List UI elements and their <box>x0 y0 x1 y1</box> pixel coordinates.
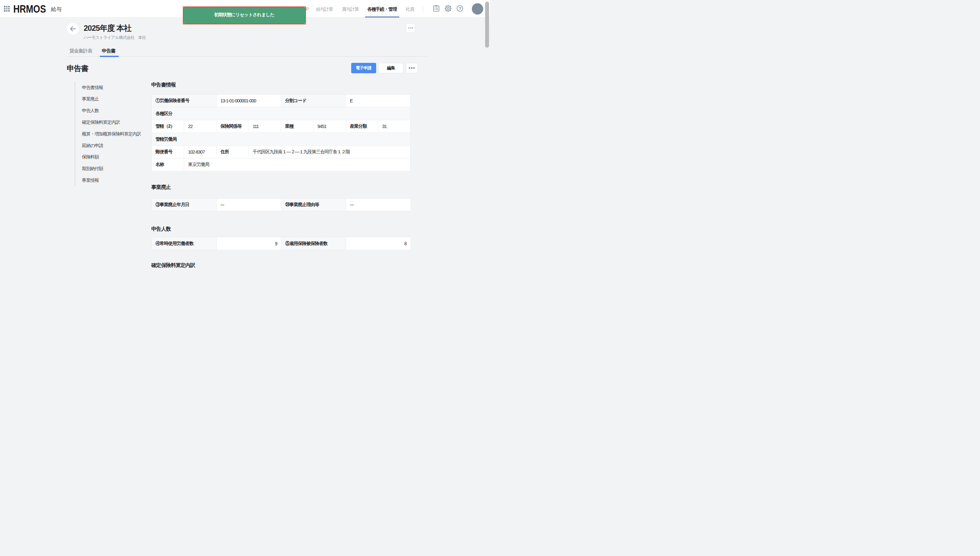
svg-text:?: ? <box>458 6 461 11</box>
